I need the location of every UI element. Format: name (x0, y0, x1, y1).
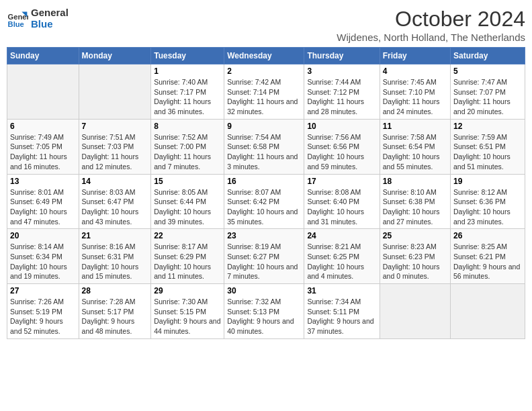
day-info: Sunrise: 8:19 AM Sunset: 6:27 PM Dayligh… (227, 242, 301, 281)
day-number: 31 (307, 286, 376, 295)
calendar-cell (7, 64, 79, 120)
day-info: Sunrise: 7:28 AM Sunset: 5:17 PM Dayligh… (82, 297, 148, 336)
day-number: 10 (307, 122, 376, 131)
logo: General Blue General Blue (7, 7, 69, 30)
calendar-cell: 6Sunrise: 7:49 AM Sunset: 7:05 PM Daylig… (7, 119, 79, 174)
calendar-week-row: 20Sunrise: 8:14 AM Sunset: 6:34 PM Dayli… (7, 229, 525, 284)
calendar-cell: 30Sunrise: 7:32 AM Sunset: 5:13 PM Dayli… (224, 284, 304, 339)
calendar-cell: 10Sunrise: 7:56 AM Sunset: 6:56 PM Dayli… (304, 119, 380, 174)
calendar-week-row: 1Sunrise: 7:40 AM Sunset: 7:17 PM Daylig… (7, 64, 525, 120)
day-number: 28 (82, 286, 148, 295)
calendar-cell: 19Sunrise: 8:12 AM Sunset: 6:36 PM Dayli… (451, 174, 525, 229)
day-number: 22 (154, 231, 221, 240)
calendar-cell: 9Sunrise: 7:54 AM Sunset: 6:58 PM Daylig… (224, 119, 304, 174)
day-number: 4 (383, 66, 447, 76)
calendar-cell: 17Sunrise: 8:08 AM Sunset: 6:40 PM Dayli… (304, 174, 380, 229)
calendar-header-row: SundayMondayTuesdayWednesdayThursdayFrid… (7, 48, 525, 64)
day-info: Sunrise: 8:10 AM Sunset: 6:38 PM Dayligh… (383, 187, 447, 227)
day-number: 23 (227, 231, 301, 240)
calendar-cell: 12Sunrise: 7:59 AM Sunset: 6:51 PM Dayli… (451, 119, 525, 174)
day-info: Sunrise: 7:44 AM Sunset: 7:12 PM Dayligh… (307, 77, 376, 117)
calendar-cell (380, 284, 450, 339)
day-info: Sunrise: 7:52 AM Sunset: 7:00 PM Dayligh… (154, 132, 221, 172)
day-header-wednesday: Wednesday (224, 48, 304, 64)
day-info: Sunrise: 7:51 AM Sunset: 7:03 PM Dayligh… (82, 132, 148, 172)
day-number: 2 (227, 66, 301, 76)
day-number: 11 (383, 122, 447, 131)
day-header-thursday: Thursday (304, 48, 380, 64)
day-info: Sunrise: 8:12 AM Sunset: 6:36 PM Dayligh… (453, 187, 522, 227)
day-info: Sunrise: 7:58 AM Sunset: 6:54 PM Dayligh… (383, 132, 447, 172)
calendar-cell: 31Sunrise: 7:34 AM Sunset: 5:11 PM Dayli… (304, 284, 380, 339)
day-info: Sunrise: 8:03 AM Sunset: 6:47 PM Dayligh… (82, 187, 148, 227)
calendar-table: SundayMondayTuesdayWednesdayThursdayFrid… (7, 47, 525, 339)
day-info: Sunrise: 7:47 AM Sunset: 7:07 PM Dayligh… (453, 77, 522, 117)
day-info: Sunrise: 7:40 AM Sunset: 7:17 PM Dayligh… (154, 77, 221, 117)
logo-icon: General Blue (7, 7, 28, 29)
day-number: 18 (383, 177, 447, 186)
day-number: 7 (82, 122, 148, 131)
calendar-cell (451, 284, 525, 339)
day-info: Sunrise: 7:42 AM Sunset: 7:14 PM Dayligh… (227, 77, 301, 117)
day-info: Sunrise: 7:26 AM Sunset: 5:19 PM Dayligh… (10, 297, 76, 336)
calendar-cell: 20Sunrise: 8:14 AM Sunset: 6:34 PM Dayli… (7, 229, 79, 284)
calendar-cell: 28Sunrise: 7:28 AM Sunset: 5:17 PM Dayli… (79, 284, 151, 339)
day-info: Sunrise: 8:17 AM Sunset: 6:29 PM Dayligh… (154, 242, 221, 281)
day-number: 25 (383, 231, 447, 240)
svg-text:Blue: Blue (8, 20, 24, 28)
day-number: 16 (227, 177, 301, 186)
day-info: Sunrise: 8:08 AM Sunset: 6:40 PM Dayligh… (307, 187, 376, 227)
day-info: Sunrise: 7:34 AM Sunset: 5:11 PM Dayligh… (307, 297, 376, 336)
logo-blue: Blue (31, 18, 69, 30)
day-info: Sunrise: 7:30 AM Sunset: 5:15 PM Dayligh… (154, 297, 221, 336)
calendar-cell: 21Sunrise: 8:16 AM Sunset: 6:31 PM Dayli… (79, 229, 151, 284)
day-info: Sunrise: 8:21 AM Sunset: 6:25 PM Dayligh… (307, 242, 376, 281)
day-info: Sunrise: 8:23 AM Sunset: 6:23 PM Dayligh… (383, 242, 447, 281)
day-header-monday: Monday (79, 48, 151, 64)
day-number: 8 (154, 122, 221, 131)
calendar-week-row: 6Sunrise: 7:49 AM Sunset: 7:05 PM Daylig… (7, 119, 525, 174)
day-number: 13 (10, 177, 76, 186)
day-info: Sunrise: 7:54 AM Sunset: 6:58 PM Dayligh… (227, 132, 301, 172)
month-year-title: October 2024 (337, 7, 525, 32)
day-number: 20 (10, 231, 76, 240)
day-number: 1 (154, 66, 221, 76)
day-number: 6 (10, 122, 76, 131)
day-info: Sunrise: 8:05 AM Sunset: 6:44 PM Dayligh… (154, 187, 221, 227)
calendar-cell (79, 64, 151, 120)
calendar-cell: 7Sunrise: 7:51 AM Sunset: 7:03 PM Daylig… (79, 119, 151, 174)
page-header: General Blue General Blue October 2024 W… (7, 7, 525, 43)
calendar-cell: 27Sunrise: 7:26 AM Sunset: 5:19 PM Dayli… (7, 284, 79, 339)
day-number: 17 (307, 177, 376, 186)
day-number: 15 (154, 177, 221, 186)
day-info: Sunrise: 7:45 AM Sunset: 7:10 PM Dayligh… (383, 77, 447, 117)
day-info: Sunrise: 8:01 AM Sunset: 6:49 PM Dayligh… (10, 187, 76, 227)
calendar-cell: 25Sunrise: 8:23 AM Sunset: 6:23 PM Dayli… (380, 229, 450, 284)
calendar-cell: 24Sunrise: 8:21 AM Sunset: 6:25 PM Dayli… (304, 229, 380, 284)
day-number: 29 (154, 286, 221, 295)
calendar-cell: 4Sunrise: 7:45 AM Sunset: 7:10 PM Daylig… (380, 64, 450, 120)
calendar-cell: 5Sunrise: 7:47 AM Sunset: 7:07 PM Daylig… (451, 64, 525, 120)
calendar-cell: 22Sunrise: 8:17 AM Sunset: 6:29 PM Dayli… (151, 229, 224, 284)
calendar-cell: 16Sunrise: 8:07 AM Sunset: 6:42 PM Dayli… (224, 174, 304, 229)
day-number: 27 (10, 286, 76, 295)
calendar-cell: 26Sunrise: 8:25 AM Sunset: 6:21 PM Dayli… (451, 229, 525, 284)
day-number: 21 (82, 231, 148, 240)
calendar-cell: 29Sunrise: 7:30 AM Sunset: 5:15 PM Dayli… (151, 284, 224, 339)
day-number: 5 (453, 66, 522, 76)
calendar-cell: 8Sunrise: 7:52 AM Sunset: 7:00 PM Daylig… (151, 119, 224, 174)
day-info: Sunrise: 7:56 AM Sunset: 6:56 PM Dayligh… (307, 132, 376, 172)
day-header-saturday: Saturday (451, 48, 525, 64)
calendar-cell: 11Sunrise: 7:58 AM Sunset: 6:54 PM Dayli… (380, 119, 450, 174)
calendar-week-row: 27Sunrise: 7:26 AM Sunset: 5:19 PM Dayli… (7, 284, 525, 339)
calendar-cell: 1Sunrise: 7:40 AM Sunset: 7:17 PM Daylig… (151, 64, 224, 120)
calendar-cell: 13Sunrise: 8:01 AM Sunset: 6:49 PM Dayli… (7, 174, 79, 229)
day-number: 26 (453, 231, 522, 240)
calendar-cell: 14Sunrise: 8:03 AM Sunset: 6:47 PM Dayli… (79, 174, 151, 229)
day-number: 12 (453, 122, 522, 131)
day-header-friday: Friday (380, 48, 450, 64)
day-info: Sunrise: 8:25 AM Sunset: 6:21 PM Dayligh… (453, 242, 522, 281)
day-info: Sunrise: 7:59 AM Sunset: 6:51 PM Dayligh… (453, 132, 522, 172)
day-info: Sunrise: 8:14 AM Sunset: 6:34 PM Dayligh… (10, 242, 76, 281)
day-number: 19 (453, 177, 522, 186)
